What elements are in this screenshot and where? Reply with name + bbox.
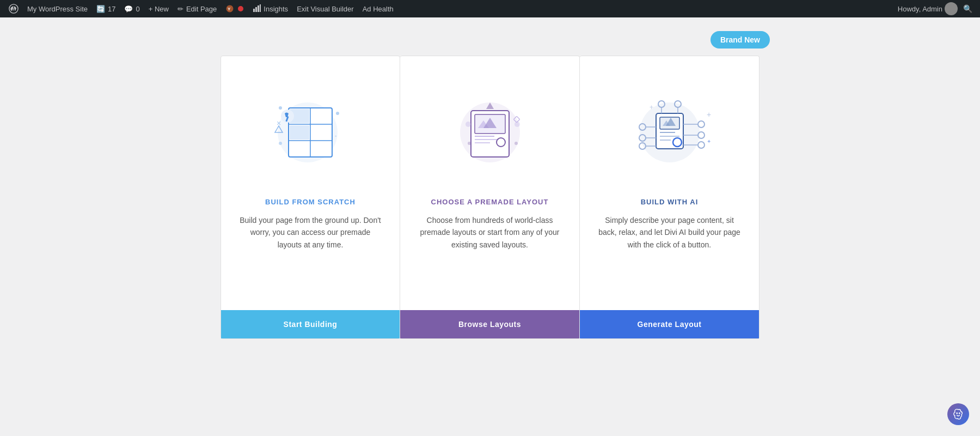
svg-text:+: +: [650, 104, 653, 111]
exit-visual-builder-button[interactable]: Exit Visual Builder: [292, 0, 358, 17]
insights-item[interactable]: Insights: [249, 0, 292, 17]
svg-point-65: [959, 413, 960, 414]
svg-point-55: [698, 142, 705, 148]
card-title-premade: CHOOSE A PREMADE LAYOUT: [431, 198, 549, 206]
user-avatar[interactable]: [945, 2, 958, 15]
site-name[interactable]: My WordPress Site: [23, 0, 92, 17]
card-title-ai: BUILD WITH AI: [641, 198, 699, 206]
search-icon[interactable]: 🔍: [960, 4, 976, 13]
updates-icon: 🔄: [96, 5, 105, 13]
svg-rect-2: [253, 9, 255, 12]
svg-point-15: [279, 106, 282, 110]
svg-rect-12: [290, 125, 309, 140]
svg-rect-5: [260, 4, 261, 12]
new-content-button[interactable]: + New: [144, 0, 173, 17]
comments-icon: 💬: [124, 5, 133, 13]
build-scratch-illustration: × ◦: [221, 67, 400, 187]
card-desc-scratch: Build your page from the ground up. Don'…: [221, 214, 400, 294]
card-desc-ai: Simply describe your page content, sit b…: [580, 214, 759, 294]
svg-point-64: [956, 413, 958, 414]
ai-illustration: + + ✦: [580, 67, 759, 187]
yoast-status-dot: [238, 6, 243, 11]
svg-rect-4: [258, 5, 259, 12]
svg-point-33: [468, 142, 471, 145]
choose-premade-card: CHOOSE A PREMADE LAYOUT Choose from hund…: [400, 56, 580, 339]
start-building-button[interactable]: Start Building: [221, 310, 400, 338]
svg-point-51: [698, 121, 705, 128]
svg-rect-3: [255, 7, 257, 12]
ad-health-item[interactable]: Ad Health: [358, 0, 398, 17]
yoast-item[interactable]: Y: [221, 0, 249, 17]
svg-text:◦: ◦: [335, 133, 337, 139]
main-content: × ◦ BUILD FROM SCRATCH Build your page f…: [0, 17, 980, 436]
svg-point-17: [279, 142, 282, 145]
browse-layouts-button[interactable]: Browse Layouts: [400, 310, 579, 338]
premade-illustration: [400, 67, 579, 187]
svg-point-34: [514, 142, 518, 145]
adminbar-right-section: Howdy, Admin 🔍: [898, 2, 976, 15]
howdy-label: Howdy, Admin: [898, 5, 942, 13]
card-desc-premade: Choose from hundreds of world-class prem…: [400, 214, 579, 294]
admin-bar: My WordPress Site 🔄 17 💬 0 + New ✏ Edit …: [0, 0, 980, 17]
build-ai-card: Brand New: [580, 56, 759, 339]
insights-icon: [253, 4, 261, 14]
ai-assistant-icon[interactable]: [947, 403, 969, 425]
svg-text:Y: Y: [228, 7, 231, 11]
svg-text:+: +: [707, 110, 711, 119]
brand-new-badge: Brand New: [710, 31, 770, 49]
cards-container: × ◦ BUILD FROM SCRATCH Build your page f…: [220, 56, 759, 339]
generate-layout-button[interactable]: Generate Layout: [580, 310, 759, 338]
svg-point-30: [465, 122, 471, 127]
build-from-scratch-card: × ◦ BUILD FROM SCRATCH Build your page f…: [220, 56, 400, 339]
wordpress-logo[interactable]: [4, 0, 23, 17]
edit-page-button[interactable]: ✏ Edit Page: [173, 0, 221, 17]
svg-point-16: [336, 112, 339, 115]
svg-text:✦: ✦: [707, 138, 711, 144]
comments-item[interactable]: 💬 0: [120, 0, 144, 17]
edit-icon: ✏: [177, 5, 183, 13]
updates-item[interactable]: 🔄 17: [92, 0, 120, 17]
card-title-scratch: BUILD FROM SCRATCH: [265, 198, 356, 206]
